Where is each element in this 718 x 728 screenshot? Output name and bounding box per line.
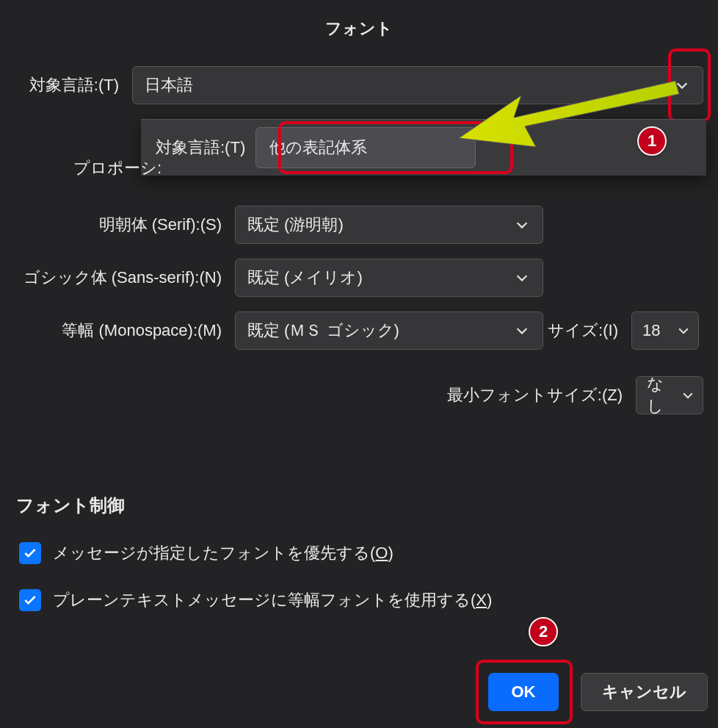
dropdown-option-other-scripts[interactable]: 他の表記体系 <box>255 127 476 168</box>
target-language-select[interactable]: 日本語 <box>132 66 703 104</box>
min-size-select[interactable]: なし <box>636 376 703 414</box>
language-dropdown[interactable]: 対象言語:(T) 他の表記体系 <box>141 119 706 176</box>
sans-label: ゴシック体 (Sans-serif):(N) <box>0 267 235 289</box>
plaintext-monospace-label[interactable]: プレーンテキストメッセージに等幅フォントを使用する(X) <box>53 589 492 611</box>
dropdown-inner-label: 対象言語:(T) <box>156 137 245 159</box>
serif-select[interactable]: 既定 (游明朝) <box>235 206 543 244</box>
target-language-value: 日本語 <box>145 74 193 96</box>
mono-label: 等幅 (Monospace):(M) <box>0 320 235 342</box>
sans-select[interactable]: 既定 (メイリオ) <box>235 259 543 297</box>
plaintext-monospace-checkbox[interactable] <box>19 589 41 611</box>
min-size-label: 最小フォントサイズ:(Z) <box>447 384 623 406</box>
ok-button[interactable]: OK <box>488 673 559 711</box>
chevron-down-icon <box>680 386 697 404</box>
allow-message-fonts-label[interactable]: メッセージが指定したフォントを優先する(O) <box>53 542 394 564</box>
font-control-header: フォント制御 <box>16 494 125 517</box>
target-language-label: 対象言語:(T) <box>0 74 132 96</box>
size-select[interactable]: 18 <box>631 311 699 350</box>
chevron-down-icon <box>673 76 691 94</box>
cancel-button[interactable]: キャンセル <box>581 673 708 711</box>
serif-label: 明朝体 (Serif):(S) <box>0 214 235 236</box>
dialog-title: フォント <box>0 0 718 46</box>
chevron-down-icon <box>513 216 531 234</box>
mono-select[interactable]: 既定 (ＭＳ ゴシック) <box>235 311 543 350</box>
chevron-down-icon <box>513 322 531 339</box>
callout-badge-2: 2 <box>529 617 558 646</box>
allow-message-fonts-checkbox[interactable] <box>19 542 41 564</box>
chevron-down-icon <box>675 322 692 339</box>
chevron-down-icon <box>513 269 531 286</box>
proportional-label: プロポーシ: <box>73 157 162 179</box>
size-label: サイズ:(I) <box>543 320 631 342</box>
